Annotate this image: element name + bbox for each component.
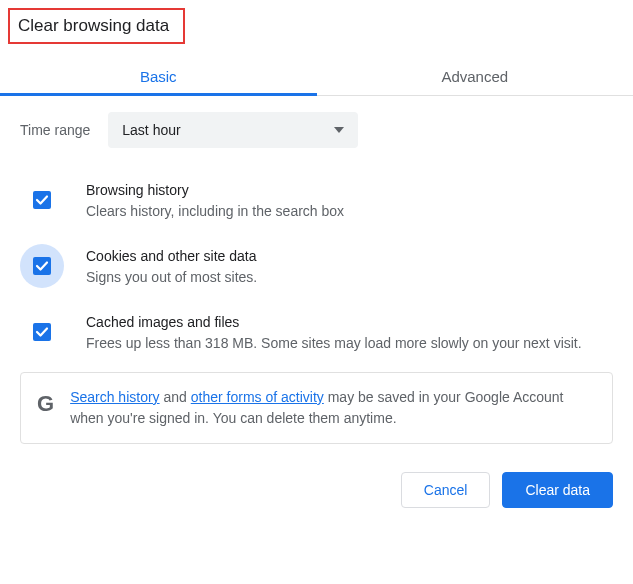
option-title: Cookies and other site data — [86, 248, 613, 264]
dialog-title: Clear browsing data — [8, 8, 185, 44]
time-range-value: Last hour — [122, 122, 180, 138]
search-history-link[interactable]: Search history — [70, 389, 159, 405]
tabs: Basic Advanced — [0, 56, 633, 96]
checkmark-icon — [35, 259, 49, 273]
google-icon: G — [37, 387, 54, 415]
info-mid: and — [160, 389, 191, 405]
info-text: Search history and other forms of activi… — [70, 387, 596, 429]
checkmark-icon — [35, 325, 49, 339]
option-cookies: Cookies and other site data Signs you ou… — [20, 236, 613, 302]
option-title: Browsing history — [86, 182, 613, 198]
time-range-row: Time range Last hour — [20, 112, 613, 148]
info-box: G Search history and other forms of acti… — [20, 372, 613, 444]
browsing-history-checkbox[interactable] — [33, 191, 51, 209]
clear-data-button[interactable]: Clear data — [502, 472, 613, 508]
checkbox-wrap — [20, 178, 64, 222]
time-range-select[interactable]: Last hour — [108, 112, 358, 148]
option-text: Browsing history Clears history, includi… — [86, 178, 613, 222]
content: Time range Last hour Browsing history Cl… — [0, 96, 633, 444]
other-activity-link[interactable]: other forms of activity — [191, 389, 324, 405]
dialog-actions: Cancel Clear data — [0, 444, 633, 528]
option-desc: Frees up less than 318 MB. Some sites ma… — [86, 334, 613, 354]
tab-advanced[interactable]: Advanced — [317, 56, 634, 95]
cancel-button[interactable]: Cancel — [401, 472, 491, 508]
option-cache: Cached images and files Frees up less th… — [20, 302, 613, 368]
time-range-label: Time range — [20, 122, 90, 138]
tab-basic[interactable]: Basic — [0, 56, 317, 95]
option-desc: Clears history, including in the search … — [86, 202, 613, 222]
checkmark-icon — [35, 193, 49, 207]
option-title: Cached images and files — [86, 314, 613, 330]
cache-checkbox[interactable] — [33, 323, 51, 341]
option-desc: Signs you out of most sites. — [86, 268, 613, 288]
checkbox-wrap — [20, 310, 64, 354]
cookies-checkbox[interactable] — [33, 257, 51, 275]
option-text: Cached images and files Frees up less th… — [86, 310, 613, 354]
chevron-down-icon — [334, 127, 344, 133]
option-browsing-history: Browsing history Clears history, includi… — [20, 170, 613, 236]
option-text: Cookies and other site data Signs you ou… — [86, 244, 613, 288]
checkbox-wrap — [20, 244, 64, 288]
